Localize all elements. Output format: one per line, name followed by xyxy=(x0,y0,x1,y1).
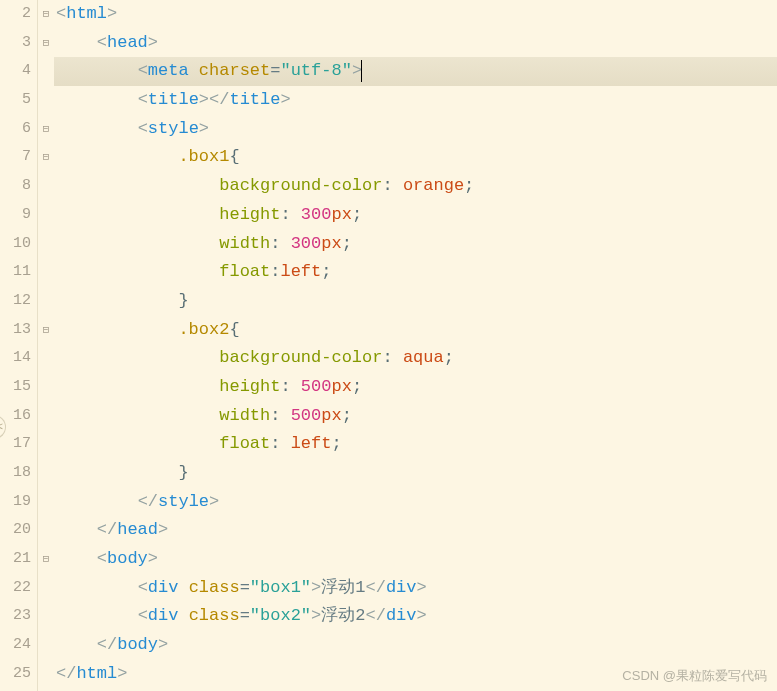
fold-gutter: ⊟ ⊟ ⊟ ⊟ ⊟ ⊟ xyxy=(38,0,54,691)
line-number: 21 xyxy=(0,545,37,574)
fold-toggle-icon[interactable]: ⊟ xyxy=(38,316,54,345)
line-number: 8 xyxy=(0,172,37,201)
line-number: 9 xyxy=(0,201,37,230)
line-number: 17 xyxy=(0,430,37,459)
code-area[interactable]: <html> <head> <meta charset="utf-8"> <ti… xyxy=(54,0,777,691)
line-number: 2 xyxy=(0,0,37,29)
line-number: 23 xyxy=(0,602,37,631)
code-line[interactable]: <html> xyxy=(54,0,777,29)
fold-toggle-icon[interactable] xyxy=(38,201,54,230)
code-line[interactable]: height: 300px; xyxy=(54,201,777,230)
line-number: 11 xyxy=(0,258,37,287)
code-line[interactable]: float: left; xyxy=(54,430,777,459)
fold-toggle-icon[interactable] xyxy=(38,516,54,545)
code-line[interactable]: width: 300px; xyxy=(54,230,777,259)
fold-toggle-icon[interactable]: ⊟ xyxy=(38,0,54,29)
code-line[interactable]: <div class="box1">浮动1</div> xyxy=(54,574,777,603)
fold-toggle-icon[interactable] xyxy=(38,574,54,603)
fold-toggle-icon[interactable] xyxy=(38,287,54,316)
fold-toggle-icon[interactable]: ⊟ xyxy=(38,115,54,144)
chevron-left-icon: < xyxy=(0,422,3,433)
fold-toggle-icon[interactable] xyxy=(38,172,54,201)
line-number: 5 xyxy=(0,86,37,115)
fold-toggle-icon[interactable] xyxy=(38,373,54,402)
code-line-active[interactable]: <meta charset="utf-8"> xyxy=(54,57,777,86)
fold-toggle-icon[interactable] xyxy=(38,430,54,459)
text-cursor xyxy=(361,60,362,82)
fold-toggle-icon[interactable]: ⊟ xyxy=(38,29,54,58)
line-number: 19 xyxy=(0,488,37,517)
fold-toggle-icon[interactable] xyxy=(38,57,54,86)
line-number: 7 xyxy=(0,143,37,172)
code-line[interactable]: width: 500px; xyxy=(54,402,777,431)
line-number: 18 xyxy=(0,459,37,488)
fold-toggle-icon[interactable]: ⊟ xyxy=(38,545,54,574)
line-number: 22 xyxy=(0,574,37,603)
line-number: 25 xyxy=(0,660,37,689)
code-line[interactable]: </head> xyxy=(54,516,777,545)
fold-toggle-icon[interactable] xyxy=(38,660,54,689)
line-number: 13 xyxy=(0,316,37,345)
fold-toggle-icon[interactable] xyxy=(38,488,54,517)
line-number: 14 xyxy=(0,344,37,373)
fold-toggle-icon[interactable] xyxy=(38,459,54,488)
line-number: 12 xyxy=(0,287,37,316)
line-number: 6 xyxy=(0,115,37,144)
code-line[interactable]: height: 500px; xyxy=(54,373,777,402)
fold-toggle-icon[interactable] xyxy=(38,86,54,115)
line-number: 24 xyxy=(0,631,37,660)
watermark-text: CSDN @果粒陈爱写代码 xyxy=(622,667,767,685)
code-line[interactable]: } xyxy=(54,459,777,488)
code-line[interactable]: <body> xyxy=(54,545,777,574)
code-line[interactable]: <div class="box2">浮动2</div> xyxy=(54,602,777,631)
code-line[interactable]: background-color: aqua; xyxy=(54,344,777,373)
code-line[interactable]: .box2{ xyxy=(54,316,777,345)
code-line[interactable]: </body> xyxy=(54,631,777,660)
fold-toggle-icon[interactable] xyxy=(38,230,54,259)
line-number: 4 xyxy=(0,57,37,86)
code-line[interactable]: .box1{ xyxy=(54,143,777,172)
line-number: 3 xyxy=(0,29,37,58)
fold-toggle-icon[interactable] xyxy=(38,344,54,373)
code-line[interactable]: </style> xyxy=(54,488,777,517)
fold-toggle-icon[interactable] xyxy=(38,402,54,431)
code-line[interactable]: background-color: orange; xyxy=(54,172,777,201)
fold-toggle-icon[interactable] xyxy=(38,258,54,287)
fold-toggle-icon[interactable] xyxy=(38,602,54,631)
fold-toggle-icon[interactable] xyxy=(38,631,54,660)
line-number: 20 xyxy=(0,516,37,545)
line-number: 15 xyxy=(0,373,37,402)
line-number: 10 xyxy=(0,230,37,259)
code-line[interactable]: } xyxy=(54,287,777,316)
code-line[interactable]: <title></title> xyxy=(54,86,777,115)
code-line[interactable]: <style> xyxy=(54,115,777,144)
code-line[interactable]: float:left; xyxy=(54,258,777,287)
fold-toggle-icon[interactable]: ⊟ xyxy=(38,143,54,172)
code-editor[interactable]: 2 3 4 5 6 7 8 9 10 11 12 13 14 15 16 17 … xyxy=(0,0,777,691)
line-gutter: 2 3 4 5 6 7 8 9 10 11 12 13 14 15 16 17 … xyxy=(0,0,38,691)
code-line[interactable]: <head> xyxy=(54,29,777,58)
